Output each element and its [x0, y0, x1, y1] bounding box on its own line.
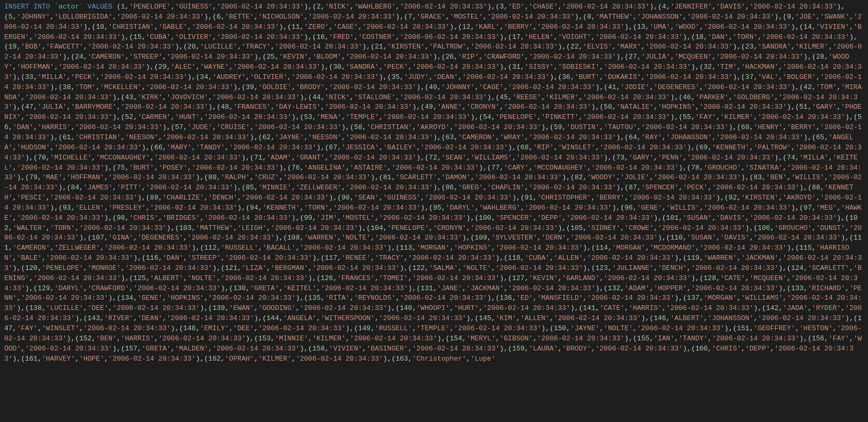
code-editor: INSERT INTO `actor` VALUES (1,'PENELOPE'… — [0, 0, 868, 366]
